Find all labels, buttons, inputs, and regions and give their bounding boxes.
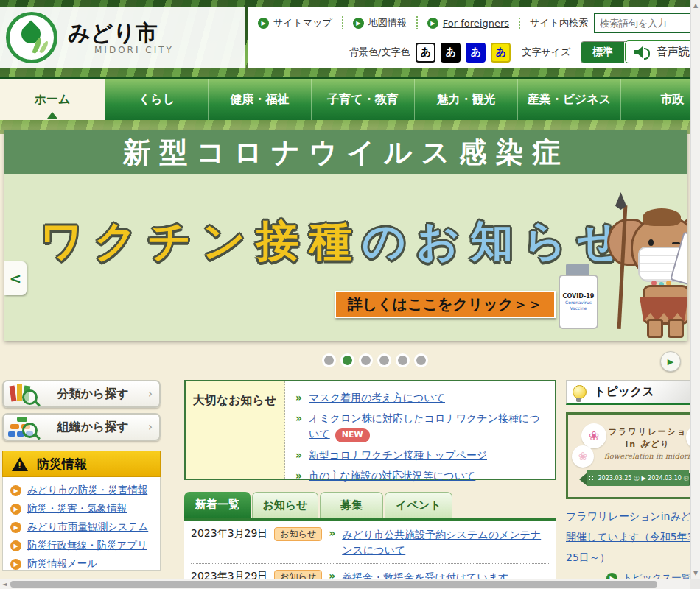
color-scheme-label: 背景色/文字色 — [349, 46, 410, 59]
double-chevron-icon: » — [295, 468, 302, 484]
carousel-dot-2-active[interactable] — [343, 356, 352, 365]
speaker-icon — [634, 46, 651, 58]
hero-headline: ワクチン接種のお知らせ — [40, 213, 631, 270]
map-info-link[interactable]: ▶ 地図情報 — [353, 16, 418, 29]
news-category-badge: お知らせ — [274, 527, 322, 541]
search-input[interactable] — [594, 13, 700, 33]
disaster-link-5[interactable]: ▶ 防災情報メール — [10, 557, 160, 571]
site-subtitle: MIDORI CITY — [94, 45, 174, 55]
color-scheme-black-button[interactable]: あ — [441, 43, 461, 63]
scroll-down-arrow[interactable]: ▼ — [691, 570, 700, 576]
play-icon: ▶ — [10, 485, 21, 496]
play-icon: ▶ — [10, 522, 21, 533]
carousel-dot-6[interactable] — [416, 356, 426, 365]
hero-banner-title: 新型コロナウイルス感染症 — [4, 130, 687, 174]
double-chevron-icon: » — [295, 448, 302, 463]
carousel-play-button[interactable]: ▶ — [660, 351, 681, 372]
color-scheme-yellow-button[interactable]: あ — [491, 43, 511, 63]
quick-links-row: ▶ サイトマップ ▶ 地図情報 ▶ For foreigners サイト内検索 — [248, 7, 690, 38]
important-notice-1: » マスク着用の考え方について — [295, 390, 549, 406]
double-chevron-icon: » — [329, 527, 335, 539]
header-controls-panel: ▶ サイトマップ ▶ 地図情報 ▶ For foreigners サイト内検索 … — [248, 7, 690, 68]
nav-tab-kurashi[interactable]: くらし — [105, 79, 209, 120]
font-size-standard-button[interactable]: 標準 — [581, 42, 624, 63]
disaster-info-header: 防災情報 — [2, 451, 161, 477]
play-icon: ▶ — [10, 559, 21, 570]
sitemap-link[interactable]: ▶ サイトマップ — [258, 16, 343, 29]
news-date: 2023年3月29日 — [191, 527, 267, 540]
news-tabs: 新着一覧 お知らせ 募集 イベント — [184, 492, 452, 518]
disaster-link-4[interactable]: ▶ 防災行政無線・防災アプリ — [10, 539, 160, 552]
play-icon: ▶ — [353, 18, 364, 29]
disaster-link-3[interactable]: ▶ みどり市雨量観測システム — [10, 521, 160, 534]
news-tab-boshu[interactable]: 募集 — [320, 492, 383, 518]
global-nav: ホーム くらし 健康・福祉 子育て・教育 魅力・観光 産業・ビジネス 市政 — [0, 77, 700, 120]
color-scheme-blue-button[interactable]: あ — [466, 43, 486, 63]
important-notice-3: » 新型コロナワクチン接種トップページ — [295, 448, 549, 463]
warning-icon — [12, 457, 28, 471]
search-by-category-button[interactable]: 分類から探す › — [2, 380, 161, 408]
important-notices-box: 大切なお知らせ » マスク着用の考え方について » オミクロン株に対応したコロナ… — [184, 380, 556, 480]
news-tab-event[interactable]: イベント — [385, 492, 452, 518]
news-category-badge: お知らせ — [274, 570, 322, 579]
carousel-dot-1[interactable] — [324, 356, 334, 365]
play-icon: ▶ — [10, 540, 21, 551]
for-foreigners-link[interactable]: ▶ For foreigners — [427, 18, 520, 29]
disaster-link-2[interactable]: ▶ 防災・災害・気象情報 — [10, 502, 160, 515]
nav-tab-shisei[interactable]: 市政 — [621, 79, 700, 120]
category-books-icon — [8, 383, 38, 405]
play-icon: ▶ — [258, 18, 269, 29]
news-link[interactable]: 義援金・救援金を受け付けています — [342, 570, 508, 579]
carousel-dot-4[interactable] — [379, 356, 389, 365]
horizontal-scrollbar[interactable]: ◄ ► — [0, 579, 700, 589]
date-ribbon: 2023.03.25 ㊏ ▶ 2024.03.10 ㊐ — [587, 470, 689, 486]
news-tab-oshirase[interactable]: お知らせ — [252, 492, 318, 518]
carousel-prev-button[interactable]: < — [4, 261, 27, 295]
important-notice-4: » 市の主な施設の対応状況等について — [295, 468, 549, 484]
topics-link[interactable]: フラワリレーションinみどりを開催しています（令和5年3月25日～） — [566, 506, 690, 568]
chevron-right-icon: › — [148, 420, 153, 434]
nav-tab-miryoku-kanko[interactable]: 魅力・観光 — [415, 79, 518, 120]
dotted-divider — [191, 563, 549, 564]
page: みどり市 MIDORI CITY ▶ サイトマップ ▶ 地図情報 ▶ For f… — [0, 0, 700, 589]
nav-tab-home[interactable]: ホーム — [0, 79, 105, 120]
scroll-up-arrow[interactable]: ▲ — [691, 2, 700, 9]
play-icon: ▶ — [10, 504, 21, 515]
site-title: みどり市 — [68, 21, 174, 45]
carousel-dot-3[interactable] — [361, 356, 371, 365]
site-logo[interactable]: みどり市 MIDORI CITY — [0, 7, 245, 68]
scroll-left-arrow[interactable]: ◄ — [2, 581, 7, 588]
vaccine-bottle-illustration: COVID-19 Coronavirus Vaccine — [559, 275, 598, 329]
qr-icon — [587, 474, 595, 482]
flower-icon: ❀ — [572, 445, 594, 468]
hero-cta-button[interactable]: 詳しくはここをクリック＞＞ — [335, 291, 556, 318]
disaster-link-1[interactable]: ▶ みどり市の防災・災害情報 — [10, 484, 160, 497]
font-size-label: 文字サイズ — [522, 46, 570, 59]
color-scheme-white-button[interactable]: あ — [416, 43, 435, 63]
nav-tab-sangyo-business[interactable]: 産業・ビジネス — [518, 79, 621, 120]
accessibility-row: 背景色/文字色 あ あ あ あ 文字サイズ 標準 拡大 音声読み — [248, 38, 690, 66]
new-badge: NEW — [335, 428, 370, 442]
nav-tab-kenko-fukushi[interactable]: 健康・福祉 — [209, 79, 312, 120]
news-item-1: 2023年3月29日 お知らせ » みどり市公共施設予約システムのメンテナンスに… — [191, 527, 549, 558]
carousel-dots — [324, 356, 426, 365]
news-link[interactable]: みどり市公共施設予約システムのメンテナンスについて — [342, 527, 549, 558]
carousel-dot-5[interactable] — [398, 356, 407, 365]
topics-header: トピックス — [566, 380, 690, 405]
horizontal-scroll-thumb[interactable] — [10, 581, 657, 588]
nav-tab-kosodate-kyoiku[interactable]: 子育て・教育 — [312, 79, 415, 120]
hero-banner-body: ワクチン接種のお知らせ 詳しくはここをクリック＞＞ COVID-19 Coron… — [4, 174, 687, 341]
play-icon: ▶ — [427, 18, 438, 29]
news-item-2: 2023年3月29日 お知らせ » 義援金・救援金を受け付けています — [191, 570, 549, 579]
topics-more-link[interactable]: ▶ トピックス一覧を見る — [606, 571, 690, 579]
vertical-scrollbar[interactable]: ▲ ▼ — [690, 0, 700, 579]
topics-banner-image[interactable]: ❀ ❀ ❀ フラワリレーション in みどり flowerelation in … — [566, 412, 690, 499]
audio-readout-button[interactable]: 音声読み — [625, 40, 700, 63]
search-by-organization-button[interactable]: 組織から探す › — [2, 413, 161, 441]
org-chart-icon — [8, 416, 38, 438]
important-notices-title: 大切なお知らせ — [186, 381, 285, 479]
hero-carousel-slide[interactable]: 新型コロナウイルス感染症 ワクチン接種のお知らせ 詳しくはここをクリック＞＞ C… — [4, 130, 687, 341]
search-label: サイト内検索 — [530, 16, 588, 29]
news-tab-new-list[interactable]: 新着一覧 — [184, 492, 251, 518]
news-list: 2023年3月29日 お知らせ » みどり市公共施設予約システムのメンテナンスに… — [184, 521, 556, 579]
